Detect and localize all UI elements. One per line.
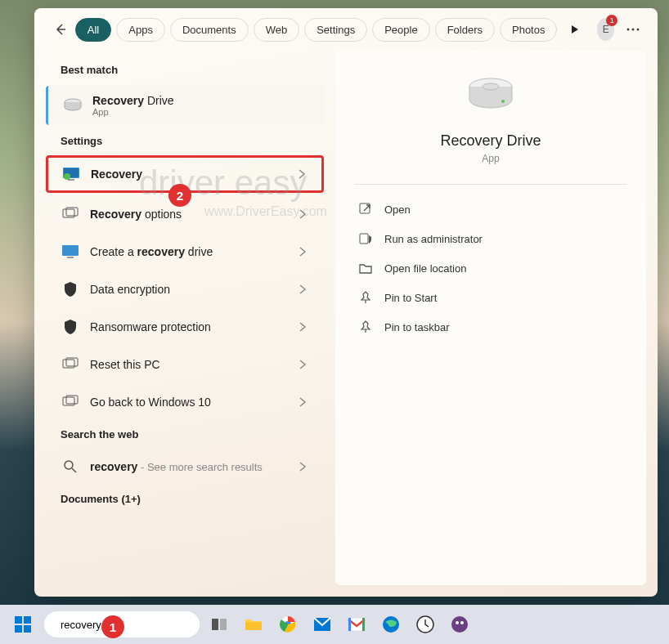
system-icon [61, 355, 80, 374]
svg-rect-24 [24, 616, 31, 624]
svg-rect-37 [362, 618, 365, 631]
settings-item-ransomware[interactable]: Ransomware protection [46, 309, 324, 345]
user-avatar[interactable]: E 1 [597, 18, 614, 41]
chevron-right-icon [296, 245, 309, 258]
svg-rect-31 [245, 622, 262, 630]
action-pin-start[interactable]: Pin to Start [355, 283, 626, 312]
taskbar-task-view[interactable] [204, 610, 234, 639]
svg-rect-22 [360, 234, 368, 244]
web-search-item[interactable]: recovery - See more search results [46, 449, 324, 485]
tab-apps[interactable]: Apps [116, 18, 165, 42]
notification-badge: 1 [606, 15, 617, 26]
tab-web[interactable]: Web [254, 18, 300, 42]
svg-rect-36 [348, 618, 351, 631]
admin-icon [358, 231, 373, 246]
taskbar [0, 605, 669, 644]
ellipsis-icon [626, 28, 640, 31]
header: All Apps Documents Web Settings People F… [34, 8, 658, 51]
drive-icon-large [466, 75, 515, 116]
best-match-label: Best match [46, 57, 324, 83]
settings-item-go-back-windows-10[interactable]: Go back to Windows 10 [46, 384, 324, 420]
taskbar-explorer[interactable] [239, 610, 268, 639]
tab-documents[interactable]: Documents [170, 18, 249, 42]
taskbar-chrome[interactable] [273, 610, 303, 639]
documents-label: Documents (1+) [46, 486, 324, 512]
search-input[interactable] [61, 619, 198, 631]
svg-rect-29 [212, 619, 218, 630]
taskbar-edge[interactable] [376, 610, 406, 639]
action-label: Run as administrator [384, 233, 483, 245]
more-options-button[interactable] [624, 18, 641, 41]
open-icon [358, 202, 373, 217]
best-match-result[interactable]: Recovery Drive App [46, 86, 324, 125]
chevron-right-icon [296, 320, 309, 333]
divider [355, 184, 626, 185]
svg-point-16 [65, 461, 73, 469]
settings-label: Settings [46, 128, 324, 154]
svg-point-7 [64, 173, 70, 180]
action-open[interactable]: Open [355, 195, 626, 224]
svg-rect-23 [15, 616, 22, 624]
back-button[interactable] [51, 16, 70, 42]
back-arrow-icon [54, 23, 67, 36]
chevron-right-icon [296, 396, 309, 409]
monitor-recovery-icon [61, 164, 81, 184]
svg-point-42 [460, 621, 464, 624]
result-title: Ransomware protection [90, 320, 286, 333]
more-tabs-icon[interactable] [568, 21, 581, 38]
start-button[interactable] [7, 608, 39, 641]
svg-point-19 [483, 83, 499, 90]
action-label: Open [384, 203, 411, 216]
result-title: Data encryption [90, 283, 286, 296]
tab-all[interactable]: All [75, 18, 111, 42]
svg-rect-25 [15, 625, 22, 633]
action-pin-taskbar[interactable]: Pin to taskbar [355, 312, 626, 342]
shield-icon [61, 317, 80, 337]
svg-line-17 [72, 468, 76, 472]
settings-item-create-recovery-drive[interactable]: Create a recovery drive [46, 234, 324, 270]
best-match-title: Recovery Drive [92, 94, 309, 107]
action-open-location[interactable]: Open file location [355, 253, 626, 283]
taskbar-gmail-icon[interactable] [342, 610, 371, 639]
best-match-subtitle: App [92, 107, 309, 117]
tab-settings[interactable]: Settings [304, 18, 367, 42]
chevron-right-icon [296, 208, 309, 221]
system-icon [61, 204, 80, 224]
result-title: Create a recovery drive [90, 245, 286, 258]
taskbar-mail[interactable] [308, 610, 337, 639]
settings-item-reset-pc[interactable]: Reset this PC [46, 347, 324, 382]
filter-tabs: All Apps Documents Web Settings People F… [75, 18, 558, 42]
preview-title: Recovery Drive [440, 132, 541, 150]
tab-photos[interactable]: Photos [500, 18, 557, 42]
result-title: Recovery [91, 168, 285, 181]
annotation-2: 2 [168, 184, 191, 207]
svg-rect-26 [24, 625, 31, 633]
svg-point-2 [636, 29, 639, 31]
action-list: Open Run as administrator Open file loca… [355, 195, 626, 342]
shield-icon [61, 280, 80, 299]
taskbar-app-icon[interactable] [445, 610, 474, 639]
taskbar-app-icon[interactable] [411, 610, 440, 639]
web-label: Search the web [46, 422, 324, 447]
action-label: Pin to Start [384, 292, 437, 304]
svg-rect-30 [220, 619, 227, 630]
folder-icon [358, 261, 373, 275]
action-label: Pin to taskbar [384, 321, 450, 333]
action-run-admin[interactable]: Run as administrator [355, 224, 626, 253]
pin-icon [358, 290, 373, 305]
svg-point-1 [631, 29, 634, 31]
result-title: Recovery options [90, 208, 286, 221]
results-column: Best match Recovery Drive App Settings R… [46, 51, 324, 585]
tab-folders[interactable]: Folders [435, 18, 495, 42]
action-label: Open file location [384, 262, 466, 275]
monitor-icon [61, 242, 80, 262]
annotation-1: 1 [101, 615, 124, 638]
search-icon [61, 457, 80, 476]
chevron-right-icon [296, 283, 309, 296]
settings-item-data-encryption[interactable]: Data encryption [46, 271, 324, 307]
chevron-right-icon [296, 358, 309, 371]
preview-subtitle: App [482, 153, 499, 164]
pin-icon [358, 320, 373, 334]
svg-rect-10 [62, 245, 79, 256]
tab-people[interactable]: People [372, 18, 429, 42]
